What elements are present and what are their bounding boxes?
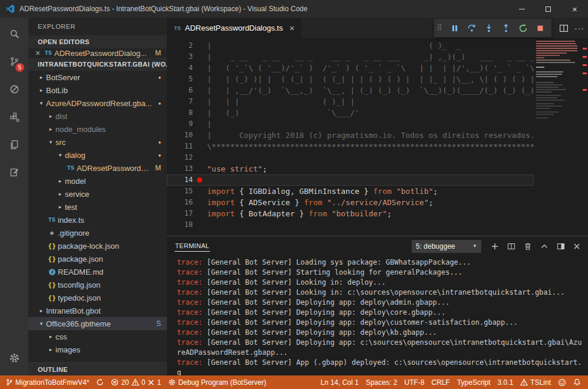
code-line-4[interactable]: 4| ( '_`\ ( '__)/'_` ) /'_` ) ( '_ ` _ `…	[167, 62, 534, 74]
tree-item-package-lock-json[interactable]: {}package-lock.json	[28, 239, 167, 252]
file-label: dist	[55, 112, 67, 121]
kill-terminal-button[interactable]	[524, 242, 532, 250]
status-cursor-position[interactable]: Ln 14, Col 1	[317, 375, 362, 389]
tree-item-typedoc-json[interactable]: {}typedoc.json	[28, 291, 167, 304]
tree-item-office365-gbtheme[interactable]: ▾Office365.gbthemeS	[28, 317, 167, 330]
status-debug-status[interactable]: Debug Program (BotServer)	[165, 375, 270, 389]
status-problems[interactable]: 2001	[107, 375, 165, 389]
tab-terminal[interactable]: TERMINAL	[175, 240, 210, 252]
open-editor-item[interactable]: ×TSADResetPasswordDialog...M	[28, 48, 167, 58]
minimap[interactable]	[534, 38, 581, 236]
code-line-17[interactable]: 17import { BotAdapter } from "botbuilder…	[167, 208, 534, 219]
maximize-button[interactable]	[535, 0, 561, 18]
status-git-branch[interactable]: MigrationToBotFmwV4*	[2, 375, 93, 389]
new-terminal-button[interactable]	[491, 242, 499, 250]
status-indentation[interactable]: Spaces: 2	[362, 375, 400, 389]
tree-item-dist[interactable]: ▸dist	[28, 110, 167, 123]
close-button[interactable]: ×	[561, 0, 588, 18]
file-tree: ▸BotServer●▸BotLib▾AzureADPasswordReset.…	[28, 71, 167, 362]
typescript-icon: TS	[174, 25, 181, 31]
maximize-panel-button[interactable]	[540, 242, 548, 250]
tree-item-tsconfig-json[interactable]: {}tsconfig.json	[28, 278, 167, 291]
step-out-button[interactable]	[497, 19, 514, 37]
code-token: { IGBDialog, GBMinInstance }	[235, 187, 373, 196]
code-line-5[interactable]: 5| | (_) )| | ( (_| | ( (_| | | ( ) ( ) …	[167, 74, 534, 85]
code-token: ;	[429, 198, 433, 207]
activity-source-control[interactable]: 5	[0, 48, 28, 75]
status-encoding[interactable]: UTF-8	[401, 375, 428, 389]
move-panel-button[interactable]	[557, 242, 565, 250]
pause-button[interactable]	[446, 19, 463, 37]
workspace-header[interactable]: INTRANETBOTQUICKSTART.GBAI (WO...	[28, 58, 167, 71]
status-sync[interactable]	[93, 375, 107, 389]
outline-header[interactable]: OUTLINE	[28, 362, 167, 375]
activity-settings[interactable]	[0, 344, 28, 372]
terminal-output[interactable]: trace: [General Bot Server] Loading sys …	[167, 256, 588, 375]
json-file-icon: {}	[46, 295, 58, 301]
status-feedback[interactable]	[554, 375, 570, 389]
split-editor-button[interactable]	[559, 24, 569, 33]
tree-item-test[interactable]: ▸test	[28, 200, 167, 213]
code-line-14[interactable]: 14	[167, 174, 534, 186]
step-over-button[interactable]	[463, 19, 480, 37]
tree-item-botserver[interactable]: ▸BotServer●	[28, 71, 167, 84]
activity-extensions[interactable]	[0, 103, 28, 131]
tree-item-dialog[interactable]: ▾dialog●	[28, 149, 167, 161]
code-line-13[interactable]: 13"use strict";	[167, 163, 534, 174]
code-line-6[interactable]: 6| | ,__/'(_) `\__,_) `\__, | (_) (_) (_…	[167, 85, 534, 96]
status-language-mode[interactable]: TypeScript	[454, 375, 494, 389]
close-panel-button[interactable]	[573, 243, 580, 250]
terminal-selector[interactable]: 5: debuggee ▼	[412, 240, 481, 253]
minimize-button[interactable]	[508, 0, 535, 18]
status-tslint[interactable]: TSLint	[517, 375, 554, 389]
minimap-line	[536, 103, 554, 104]
restart-button[interactable]	[514, 19, 531, 37]
code-line-18[interactable]: 18	[167, 219, 534, 230]
more-actions-button[interactable]: ···	[574, 24, 584, 33]
tab-close-icon[interactable]: ×	[290, 23, 295, 33]
split-terminal-button[interactable]	[507, 242, 515, 250]
code-line-3[interactable]: 3| _ __ _ __ __ _ __ _ _ __ ___ _| ,_)(_…	[167, 51, 534, 62]
stop-button[interactable]	[531, 19, 548, 37]
activity-debug[interactable]	[0, 75, 28, 103]
panel-icon	[557, 242, 565, 250]
open-editors-header[interactable]: OPEN EDITORS	[28, 35, 167, 48]
status-eol[interactable]: CRLF	[428, 375, 454, 389]
tree-item-intranetbot-gbot[interactable]: ▸IntranetBot.gbot	[28, 304, 167, 317]
step-into-button[interactable]	[480, 19, 497, 37]
overview-ruler[interactable]	[581, 38, 588, 236]
status-notifications[interactable]	[570, 375, 584, 389]
tree-item-package-json[interactable]: {}package.json	[28, 252, 167, 265]
code-line-7[interactable]: 7| | | ( )_| | |	[167, 96, 534, 107]
terminal-panel: TERMINAL 5: debuggee ▼ trace: [General B…	[167, 236, 588, 375]
close-icon[interactable]: ×	[33, 48, 42, 58]
status-ts-version[interactable]: 3.0.1	[494, 375, 517, 389]
tree-item-gitignore[interactable]: ◆.gitignore	[28, 226, 167, 239]
activity-explorer[interactable]	[0, 131, 28, 159]
tree-item-css[interactable]: ▸css	[28, 330, 167, 343]
tree-item-service[interactable]: ▸service	[28, 187, 167, 200]
code-editor[interactable]: 2| ( )_ _ |3| _ __ _ __ __ _ __ _ _ __ _…	[167, 38, 588, 236]
tree-item-src[interactable]: ▾src●	[28, 136, 167, 149]
code-line-16[interactable]: 16import { ADService } from "../service/…	[167, 197, 534, 208]
chevron-right-icon: ▸	[37, 74, 46, 80]
code-line-15[interactable]: 15import { IGBDialog, GBMinInstance } fr…	[167, 186, 534, 197]
tree-item-adresetpassworddial[interactable]: TSADResetPasswordDial...M	[28, 161, 167, 174]
tree-item-botlib[interactable]: ▸BotLib	[28, 84, 167, 97]
code-line-8[interactable]: 8| (_) `\___/' |	[167, 107, 534, 118]
tab-adresetpassworddialogs[interactable]: TS ADResetPasswordDialogs.ts ×	[167, 18, 301, 38]
code-line-12[interactable]: 12	[167, 152, 534, 163]
tree-item-readme-md[interactable]: iREADME.md	[28, 265, 167, 278]
code-token: "botlib"	[396, 187, 433, 196]
code-line-9[interactable]: 9| |	[167, 118, 534, 130]
tree-item-node-modules[interactable]: ▸node_modules	[28, 123, 167, 136]
tree-item-azureadpasswordreset-gba[interactable]: ▾AzureADPasswordReset.gba...●	[28, 97, 167, 110]
tree-item-images[interactable]: ▸images	[28, 343, 167, 356]
code-line-10[interactable]: 10| Copyright 2018 (c) pragmatismo.io. T…	[167, 130, 534, 141]
tree-item-model[interactable]: ▸model	[28, 174, 167, 187]
code-line-11[interactable]: 11\*************************************…	[167, 141, 534, 152]
tree-item-index-ts[interactable]: TSindex.ts	[28, 213, 167, 226]
code-line-2[interactable]: 2| ( )_ _ |	[167, 40, 534, 51]
activity-search[interactable]	[0, 20, 28, 48]
activity-edit[interactable]	[0, 159, 28, 186]
